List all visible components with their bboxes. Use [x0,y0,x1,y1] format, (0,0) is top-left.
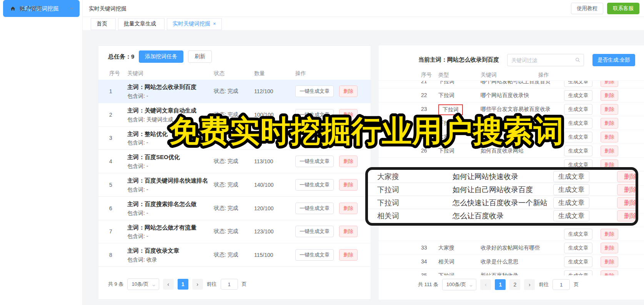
task-table-header: 序号 关键词 状态 数量 操作 [98,68,371,80]
table-row[interactable]: 2 主词：关键词文章自动生成 包含词: 关键词生成 状态: 完成 100/100… [98,103,371,127]
delete-button[interactable]: 删除 [601,146,618,156]
next-page-button[interactable]: › [192,279,203,290]
keyword-table-header: 序号 类型 关键词 操作 [379,71,644,81]
table-row[interactable]: 5 主词：百度关键词排名快速排名 包含词: - 状态: 完成 140/100 一… [98,173,371,197]
status-text: 状态: 完成 [214,181,238,188]
generate-article-button[interactable]: 生成文章 [564,146,592,156]
page-size-select[interactable]: 10条/页 [127,278,159,290]
generate-all-toggle-button[interactable]: 是否生成:全部 [592,54,635,66]
goto-page-input[interactable] [552,279,570,290]
generate-article-button[interactable]: 生成文章 [553,171,589,182]
delete-button[interactable]: 删除 [601,256,618,267]
contains-words: 包含词: - [127,93,211,100]
generate-article-button[interactable]: 生成文章 [564,81,592,87]
keyword-cell: 主词：网站怎么收录到百度 包含词: - [127,80,211,103]
delete-button[interactable]: 删除 [339,85,358,97]
add-task-button[interactable]: 添加挖词任务 [139,50,183,63]
keyword-cell: 主词：整站优化 包含词: - [127,127,211,150]
row-index: 24 [421,120,427,126]
generate-article-button[interactable]: 生成文章 [553,210,589,221]
generate-article-button[interactable]: 生成文章 [564,132,592,142]
keyword-type: 大家搜 [438,245,454,251]
delete-button[interactable]: 删除 [339,179,358,191]
row-index: 6 [109,205,112,211]
generate-article-button[interactable]: 一键生成文章 [295,249,334,261]
delete-button[interactable]: 删除 [339,226,358,237]
generate-article-button[interactable]: 一键生成文章 [295,203,334,214]
table-row[interactable]: 3 主词：整站优化 包含词: - 状态: 完成 一键生成文章 删除 [98,127,371,150]
magnified-row: 下拉词 如何让自己网站收录百度 生成文章 删除 [368,183,636,196]
tab[interactable]: 实时关键词挖掘× [167,18,222,30]
delete-button[interactable]: 删除 [339,249,358,261]
sidebar-item[interactable]: 账户管理 [3,0,80,17]
generate-article-button[interactable]: 一键生成文章 [295,156,334,167]
help-button[interactable]: 使用教程 [571,3,603,14]
prev-page-button[interactable]: ‹ [480,279,491,290]
generate-article-button[interactable]: 生成文章 [564,90,592,101]
refresh-button[interactable]: 刷新 [188,50,212,63]
keyword-text: 新站百度秒收录 [481,272,518,275]
generate-article-button[interactable]: 一键生成文章 [295,85,334,97]
generate-article-button[interactable]: 生成文章 [564,229,592,240]
generate-article-button[interactable]: 一键生成文章 [295,226,334,237]
row-actions: 一键生成文章 删除 [295,249,358,261]
delete-button[interactable]: 删除 [617,210,638,221]
row-actions: 一键生成文章 删除 [295,226,358,237]
contact-support-button[interactable]: 联系客服 [607,3,639,14]
delete-button[interactable]: 删除 [601,270,618,275]
delete-button[interactable]: 删除 [601,81,618,87]
generate-article-button[interactable]: 一键生成文章 [295,109,334,121]
delete-button[interactable]: 删除 [601,118,618,129]
delete-button[interactable]: 删除 [601,90,618,101]
tab-close-icon[interactable]: × [213,21,216,27]
page-1-button[interactable]: 1 [495,279,506,290]
delete-button[interactable]: 删除 [339,203,358,214]
col-actions: 操作 [295,70,306,77]
delete-button[interactable]: 删除 [601,104,618,115]
page-size-select[interactable]: 100条/页 [442,279,476,290]
search-icon [575,57,581,64]
delete-button[interactable]: 删除 [339,132,358,144]
delete-button[interactable]: 删除 [601,243,618,253]
generate-article-button[interactable]: 生成文章 [553,197,589,208]
row-actions: 一键生成文章 删除 [295,109,358,121]
generate-article-button[interactable]: 生成文章 [564,243,592,253]
generate-article-button[interactable]: 一键生成文章 [295,132,334,144]
generate-article-button[interactable]: 生成文章 [564,118,592,129]
generate-article-button[interactable]: 生成文章 [564,104,592,115]
status-text: 状态: 完成 [214,88,238,95]
delete-button[interactable]: 删除 [617,184,638,195]
generate-article-button[interactable]: 一键生成文章 [295,179,334,191]
keyword-text: 哪个网站百度收录快 [481,92,529,99]
table-row[interactable]: 7 主词：网站怎么做才有流量 包含词: - 状态: 完成 123/100 一键生… [98,220,371,244]
delete-button[interactable]: 删除 [617,171,638,182]
generate-article-button[interactable]: 生成文章 [564,270,592,275]
delete-button[interactable]: 删除 [601,229,618,240]
delete-button[interactable]: 删除 [339,109,358,121]
page-1-button[interactable]: 1 [178,279,188,290]
keyword-text: 如何让网站快速收录 [453,172,518,182]
table-row[interactable]: 1 主词：网站怎么收录到百度 包含词: - 状态: 完成 112/100 一键生… [98,80,371,103]
row-index: 25 [421,134,427,140]
generate-article-button[interactable]: 生成文章 [564,256,592,267]
status-text: 状态: 完成 [214,111,238,118]
tab[interactable]: 批量文章生成 [118,18,165,30]
contains-words: 包含词: - [127,163,211,170]
keyword-filter-input[interactable] [507,54,584,66]
quantity-text: 112/100 [254,88,273,94]
delete-button[interactable]: 删除 [339,156,358,167]
tab[interactable]: 首页 [91,18,116,30]
main-keyword: 主词：网站怎么收录到百度 [127,83,211,91]
delete-button[interactable]: 删除 [617,197,638,208]
table-row[interactable]: 6 主词：百度搜索排名怎么做 包含词: - 状态: 完成 120/100 一键生… [98,197,371,220]
table-row[interactable]: 4 主词：百度SEO优化 包含词: - 状态: 完成 113/100 一键生成文… [98,150,371,173]
row-index: 1 [109,88,112,94]
generate-article-button[interactable]: 生成文章 [553,184,589,195]
table-row[interactable]: 8 主词：百度收录文章 包含词: 收录 状态: 完成 115/100 一键生成文… [98,243,371,267]
goto-page-input[interactable] [221,279,238,290]
prev-page-button[interactable]: ‹ [163,279,174,290]
next-page-button[interactable]: › [524,279,535,290]
page-2-button[interactable]: 2 [509,279,520,290]
delete-button[interactable]: 删除 [601,132,618,142]
main-keyword: 主词：关键词文章自动生成 [127,106,211,115]
